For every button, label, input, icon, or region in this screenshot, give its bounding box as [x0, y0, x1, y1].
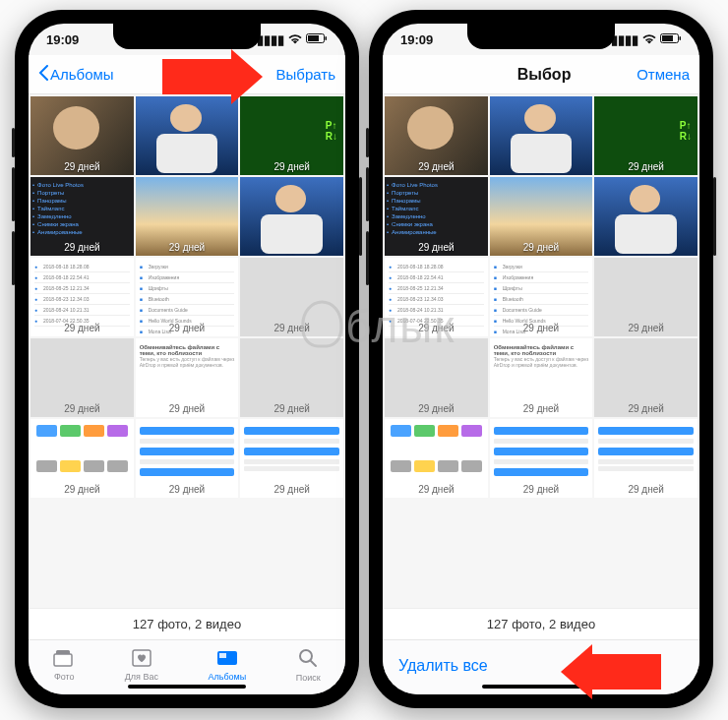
photo-thumbnail[interactable]: 29 дней	[136, 177, 239, 256]
photo-thumbnail[interactable]: ■Загрузки ■Изображения ■Шрифты ■Bluetoot…	[136, 258, 239, 336]
back-label: Альбомы	[50, 66, 114, 83]
home-indicator	[128, 685, 246, 689]
signal-icon: ▮▮▮▮	[257, 32, 284, 47]
svg-rect-4	[54, 654, 72, 666]
photo-thumbnail[interactable]: 29 дней	[385, 96, 488, 175]
photo-thumbnail[interactable]: Фото Live PhotosПортреты ПанорамыТаймлап…	[30, 177, 134, 256]
screen-left: 19:09 ▮▮▮▮ Альбомы	[29, 24, 345, 694]
photo-thumbnail[interactable]: 29 дней	[490, 96, 593, 175]
status-time: 19:09	[46, 32, 79, 47]
delete-all-button[interactable]: Удалить все	[398, 657, 488, 675]
photo-thumbnail[interactable]: Обменивайтесь файлами с теми, кто поблиз…	[490, 338, 593, 417]
nav-bar: Альбомы Н Выбрать	[29, 55, 345, 94]
nav-bar: Выбор Отмена	[383, 55, 699, 94]
photo-thumbnail[interactable]: 29 дней	[240, 177, 343, 256]
chevron-left-icon	[38, 65, 48, 84]
albums-icon	[216, 649, 238, 670]
svg-rect-11	[662, 35, 673, 41]
photo-thumbnail[interactable]: 29 дней	[594, 419, 698, 498]
photo-thumbnail[interactable]: 29 дней	[30, 419, 134, 498]
photo-thumbnail[interactable]: ●2018-08-18 18.28.08 ●2018-08-18 22.54.4…	[385, 258, 488, 336]
photo-thumbnail[interactable]: 29 дней	[594, 338, 698, 417]
select-button[interactable]: Выбрать	[276, 66, 335, 83]
tab-photos[interactable]: Фото	[53, 649, 75, 682]
photo-thumbnail[interactable]: 29 дней	[240, 419, 343, 498]
battery-icon	[660, 32, 682, 47]
photo-thumbnail[interactable]: 29 дней	[594, 96, 698, 175]
svg-rect-1	[308, 35, 319, 41]
cancel-button[interactable]: Отмена	[637, 66, 690, 83]
photo-thumbnail[interactable]: ●2018-08-18 18.28.08 ●2018-08-18 22.54.4…	[30, 258, 134, 336]
select-label: Выбрать	[276, 66, 335, 83]
photo-thumbnail[interactable]: 29 дней	[30, 96, 134, 175]
photo-thumbnail[interactable]: 29 дней	[136, 419, 239, 498]
home-indicator	[482, 685, 600, 689]
status-right: ▮▮▮▮	[611, 32, 682, 47]
summary-text: 127 фото, 2 видео	[29, 608, 345, 639]
notch	[113, 24, 261, 49]
photo-thumbnail[interactable]: 29 дней	[594, 258, 698, 336]
photo-thumbnail[interactable]: 29 дней	[490, 419, 593, 498]
iphone-right: 19:09 ▮▮▮▮ Выбор Отмена	[369, 10, 713, 708]
nav-title: Н	[189, 66, 201, 84]
cancel-label: Отмена	[637, 66, 690, 83]
photo-grid[interactable]: 29 дней 29 дней 29 дней Фото Live Photos…	[29, 94, 345, 608]
svg-point-8	[300, 650, 312, 662]
screen-right: 19:09 ▮▮▮▮ Выбор Отмена	[383, 24, 699, 694]
status-time: 19:09	[400, 32, 433, 47]
status-right: ▮▮▮▮	[257, 32, 328, 47]
iphone-left: 19:09 ▮▮▮▮ Альбомы	[15, 10, 359, 708]
back-button[interactable]: Альбомы	[38, 65, 114, 84]
nav-title: Выбор	[517, 66, 572, 84]
tab-search[interactable]: Поиск	[296, 648, 321, 683]
svg-rect-2	[326, 36, 328, 40]
photo-thumbnail[interactable]: 29 дней	[30, 338, 134, 417]
battery-icon	[306, 32, 328, 47]
search-icon	[298, 648, 318, 671]
photo-thumbnail[interactable]: Фото Live PhotosПортреты ПанорамыТаймлап…	[385, 177, 488, 256]
wifi-icon	[642, 32, 656, 47]
photo-thumbnail[interactable]: ■Загрузки ■Изображения ■Шрифты ■Bluetoot…	[490, 258, 593, 336]
photo-grid[interactable]: 29 дней 29 дней 29 дней Фото Live Photos…	[383, 94, 699, 608]
photo-stack-icon	[53, 649, 75, 670]
photo-thumbnail[interactable]: 29 дней	[240, 258, 343, 336]
summary-text: 127 фото, 2 видео	[383, 608, 699, 639]
photo-thumbnail[interactable]: 29 дней	[136, 96, 239, 175]
tab-for-you[interactable]: Для Вас	[125, 649, 158, 682]
photo-thumbnail[interactable]: 29 дней	[385, 419, 488, 498]
photo-thumbnail[interactable]: 29 дней	[385, 338, 488, 417]
heart-square-icon	[132, 649, 152, 670]
signal-icon: ▮▮▮▮	[611, 32, 638, 47]
svg-rect-7	[219, 653, 226, 658]
svg-rect-12	[680, 36, 682, 40]
notch	[467, 24, 615, 49]
photo-thumbnail[interactable]: 29 дней	[490, 177, 593, 256]
wifi-icon	[288, 32, 302, 47]
photo-thumbnail[interactable]: Обменивайтесь файлами с теми, кто поблиз…	[136, 338, 239, 417]
tab-albums[interactable]: Альбомы	[208, 649, 246, 682]
photo-thumbnail[interactable]: 29 дней	[594, 177, 698, 256]
photo-thumbnail[interactable]: 29 дней	[240, 338, 343, 417]
svg-line-9	[311, 661, 316, 666]
photo-thumbnail[interactable]: 29 дней	[240, 96, 343, 175]
